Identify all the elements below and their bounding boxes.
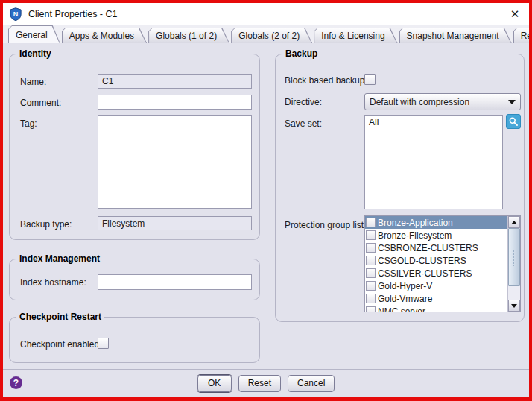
tab-label: Apps & Modules — [69, 31, 134, 41]
identity-group-title: Identity — [16, 48, 54, 59]
footer-bar: ? OK Reset Cancel — [3, 369, 529, 397]
triangle-down-icon — [511, 304, 517, 308]
protection-group-item-label: Gold-Hyper-V — [378, 281, 432, 291]
checkpoint-restart-group: Checkpoint Restart Checkpoint enabled: — [9, 317, 260, 363]
reset-button[interactable]: Reset — [238, 375, 281, 392]
name-label: Name: — [20, 77, 46, 87]
directive-dropdown[interactable]: Default with compression — [364, 93, 521, 110]
checkpoint-restart-group-title: Checkpoint Restart — [16, 312, 104, 322]
checkpoint-enabled-checkbox[interactable] — [98, 338, 109, 349]
protection-group-list: Bronze-Application Bronze-Filesystem CSB… — [364, 215, 521, 312]
tab[interactable]: Globals (2 of 2) — [231, 28, 312, 43]
protection-group-item-label: NMC server — [378, 306, 425, 312]
protection-group-list-label: Protection group list: — [285, 220, 366, 230]
save-set-browse-button[interactable] — [506, 114, 521, 129]
protection-group-item[interactable]: CSBRONZE-CLUSTERS — [365, 241, 507, 254]
tab[interactable]: Snapshot Management — [399, 28, 512, 43]
index-management-group: Index Management Index hostname: — [9, 259, 260, 300]
save-set-label: Save set: — [285, 119, 322, 129]
checkpoint-enabled-label: Checkpoint enabled: — [20, 339, 101, 350]
scroll-up-button[interactable] — [508, 216, 520, 228]
protection-group-rows: Bronze-Application Bronze-Filesystem CSB… — [365, 216, 507, 312]
protection-group-item-label: Bronze-Filesystem — [378, 230, 452, 241]
tab-label: General — [16, 30, 48, 40]
title-bar: N Client Properties - C1 ✕ — [3, 3, 529, 25]
protection-group-item-checkbox[interactable] — [366, 281, 376, 291]
client-properties-dialog: N Client Properties - C1 ✕ General Apps … — [0, 0, 532, 401]
scroll-down-button[interactable] — [508, 300, 520, 312]
close-icon[interactable]: ✕ — [508, 7, 522, 21]
ok-button[interactable]: OK — [197, 375, 232, 392]
triangle-up-icon — [511, 221, 517, 224]
tab[interactable]: Info & Licensing — [314, 28, 397, 43]
block-based-backup-label: Block based backup: — [285, 75, 367, 86]
protection-group-item[interactable]: Gold-Hyper-V — [365, 280, 507, 292]
save-set-textarea[interactable]: All — [364, 115, 503, 209]
index-management-group-title: Index Management — [16, 253, 103, 264]
tab[interactable]: Globals (1 of 2) — [148, 28, 229, 43]
directive-value: Default with compression — [370, 97, 469, 107]
magnifier-icon — [508, 116, 519, 127]
index-hostname-label: Index hostname: — [20, 277, 86, 288]
tag-textarea[interactable] — [98, 115, 252, 209]
protection-group-item-label: CSSILVER-CLUSTERS — [378, 268, 472, 279]
backup-group-title: Backup — [282, 48, 320, 59]
svg-text:N: N — [13, 10, 19, 18]
backup-group: Backup Block based backup: Directive: De… — [275, 54, 525, 322]
tab-label: Restricted Data Zones — [521, 31, 532, 41]
protection-group-item-checkbox[interactable] — [366, 218, 376, 227]
protection-group-item-checkbox[interactable] — [366, 243, 376, 253]
comment-input[interactable] — [98, 95, 252, 110]
tab-label: Globals (2 of 2) — [238, 31, 300, 41]
protection-group-item-checkbox[interactable] — [366, 230, 376, 240]
comment-label: Comment: — [20, 98, 61, 108]
tab-bar: General Apps & Modules Globals (1 of 2) … — [3, 25, 529, 43]
scrollbar-thumb[interactable] — [508, 228, 520, 286]
tab[interactable]: General — [8, 25, 60, 43]
identity-group: Identity Name: C1 Comment: Tag: Backup t… — [9, 54, 260, 240]
protection-group-item-label: CSBRONZE-CLUSTERS — [378, 243, 478, 253]
backup-type-field: Filesystem — [98, 216, 252, 230]
protection-group-item-label: Bronze-Application — [378, 218, 453, 228]
index-hostname-input[interactable] — [98, 274, 252, 290]
protection-group-item[interactable]: NMC server — [365, 305, 507, 312]
tab[interactable]: Apps & Modules — [62, 28, 147, 43]
tab-label: Snapshot Management — [407, 31, 499, 41]
vertical-scrollbar[interactable] — [507, 216, 520, 312]
general-tab-panel: Identity Name: C1 Comment: Tag: Backup t… — [3, 43, 529, 369]
window-title: Client Properties - C1 — [28, 9, 118, 19]
tag-label: Tag: — [20, 119, 37, 129]
block-based-backup-checkbox[interactable] — [364, 74, 376, 85]
tab-label: Info & Licensing — [321, 31, 384, 41]
protection-group-item[interactable]: CSSILVER-CLUSTERS — [365, 267, 507, 280]
protection-group-item[interactable]: CSGOLD-CLUSTERS — [365, 254, 507, 267]
protection-group-item-checkbox[interactable] — [366, 306, 376, 312]
tab-label: Globals (1 of 2) — [156, 31, 217, 41]
protection-group-item-checkbox[interactable] — [366, 268, 376, 278]
protection-group-item[interactable]: Gold-Vmware — [365, 292, 507, 305]
protection-group-item-checkbox[interactable] — [366, 294, 376, 303]
directive-label: Directive: — [285, 97, 322, 107]
protection-group-item-checkbox[interactable] — [366, 256, 376, 265]
cancel-button[interactable]: Cancel — [288, 375, 335, 392]
chevron-down-icon — [508, 100, 516, 104]
help-icon[interactable]: ? — [10, 376, 22, 389]
backup-type-label: Backup type: — [20, 219, 72, 230]
protection-group-item-label: Gold-Vmware — [378, 294, 432, 304]
name-field: C1 — [98, 74, 252, 89]
protection-group-item[interactable]: Bronze-Filesystem — [365, 229, 507, 241]
protection-group-item-label: CSGOLD-CLUSTERS — [378, 256, 466, 266]
tab[interactable]: Restricted Data Zones — [513, 28, 532, 43]
protection-group-item[interactable]: Bronze-Application — [365, 216, 507, 229]
networker-shield-icon: N — [9, 7, 22, 21]
